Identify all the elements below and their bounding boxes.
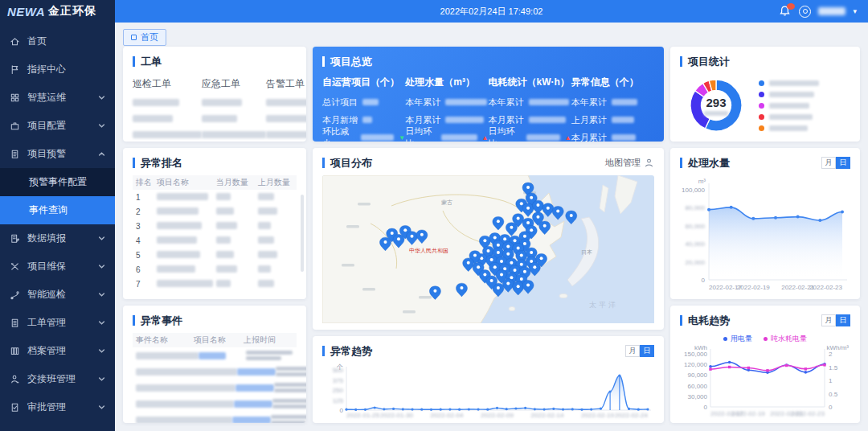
panel-events: 异常事件 事件名称项目名称上报时间 — [123, 306, 306, 423]
overview-row-label: 日均环比 — [489, 125, 522, 142]
blurred-value — [612, 99, 637, 105]
power-legend: 用电量吨水耗电量 — [680, 333, 850, 344]
toggle-day[interactable]: 日 — [836, 157, 850, 169]
ranking-row[interactable]: 2 — [133, 204, 297, 219]
sidebar-item-label: 首页 — [27, 35, 47, 48]
svg-text:2022-01-30: 2022-01-30 — [380, 412, 413, 419]
blurred-project-link[interactable] — [237, 368, 276, 376]
event-row[interactable] — [133, 396, 297, 412]
event-row[interactable] — [133, 363, 297, 380]
chevron-down-icon — [98, 347, 105, 355]
sidebar-subitem-0[interactable]: 预警事件配置 — [0, 168, 115, 196]
sidebar-item-10[interactable]: 交接班管理 — [0, 365, 115, 393]
toggle-day[interactable]: 日 — [836, 314, 850, 326]
workorder-column-label: 应急工单 — [202, 77, 266, 91]
event-row[interactable] — [133, 347, 297, 363]
event-row[interactable] — [133, 380, 297, 396]
svg-text:125: 125 — [333, 397, 344, 404]
ranking-table: 排名项目名称当月数量上月数量1234567 — [133, 175, 297, 291]
svg-text:40,000: 40,000 — [686, 240, 706, 248]
blurred-value — [133, 131, 202, 138]
overview-group-title: 自运营项目（个） — [322, 76, 405, 89]
blurred-project-link[interactable] — [234, 400, 272, 408]
sidebar-subitem-label: 事件查询 — [29, 203, 68, 217]
power-legend-item[interactable]: 吨水耗电量 — [764, 334, 807, 344]
blurred-value — [133, 115, 173, 122]
sidebar-item-6[interactable]: 项目维保 — [0, 252, 115, 281]
overview-group-0: 自运营项目（个）总计项目本月新增环比减少▼ — [322, 74, 405, 142]
sidebar-item-11[interactable]: 审批管理 — [0, 393, 115, 421]
ranking-row[interactable]: 4 — [133, 233, 297, 248]
power-legend-item[interactable]: 用电量 — [723, 334, 752, 344]
rank-number: 6 — [136, 265, 157, 274]
trend-up-icon: ▲ — [482, 134, 489, 142]
panel-workorder: 工单 巡检工单应急工单告警工单 — [123, 47, 306, 142]
blurred-value — [202, 99, 242, 106]
sidebar-item-1[interactable]: 指挥中心 — [0, 55, 115, 84]
map-manage-button[interactable]: 地图管理 — [605, 157, 654, 169]
blurred-event-name — [136, 352, 199, 359]
blurred-value — [362, 117, 372, 123]
ranking-row[interactable]: 3 — [133, 219, 297, 233]
panel-abnormal-trend: 异常趋势 月 日 个50037525012502022-01-252022-01… — [313, 336, 664, 423]
sidebar-item-4[interactable]: 项目预警 — [0, 140, 115, 168]
overview-row: 本年累计 — [405, 96, 488, 109]
svg-text:2022-02-19: 2022-02-19 — [581, 412, 614, 419]
blurred-value — [441, 134, 477, 141]
notification-badge — [787, 3, 795, 10]
china-map[interactable]: 蒙古日本太平洋中华人民共和国 — [322, 175, 654, 326]
workorder-column-1: 应急工单 — [202, 74, 266, 142]
scrollbar[interactable] — [301, 195, 304, 272]
breadcrumb-home-tab[interactable]: 首页 — [123, 29, 166, 46]
blurred-project-link[interactable] — [232, 417, 271, 423]
event-row[interactable] — [133, 412, 297, 423]
notification-button[interactable] — [779, 5, 792, 18]
overview-row: 日均环比▲ — [489, 131, 571, 142]
water-period-toggle: 月 日 — [821, 157, 850, 169]
overview-row: 总计项目 — [322, 96, 405, 109]
svg-text:2022-01-25: 2022-01-25 — [346, 412, 379, 419]
svg-text:2022-02-24: 2022-02-24 — [615, 412, 648, 419]
sidebar-item-5[interactable]: 数据填报 — [0, 224, 115, 252]
ranking-row[interactable]: 5 — [133, 248, 297, 262]
ranking-row[interactable]: 7 — [133, 277, 297, 291]
overview-row: 本月累计 — [571, 131, 654, 142]
toggle-month[interactable]: 月 — [821, 157, 836, 169]
sidebar-nav: 首页指挥中心智慧运维项目配置项目预警预警事件配置事件查询数据填报项目维保智能巡检… — [0, 23, 115, 431]
ranking-row[interactable]: 6 — [133, 262, 297, 277]
legend-dot — [764, 337, 768, 341]
ranking-row[interactable]: 1 — [133, 190, 297, 204]
toggle-month[interactable]: 月 — [625, 345, 640, 357]
toggle-month[interactable]: 月 — [821, 314, 836, 326]
logo: NEWA 金正环保 — [0, 0, 115, 23]
sidebar-subitem-1[interactable]: 事件查询 — [0, 196, 115, 224]
svg-text:2022-02-09: 2022-02-09 — [481, 412, 514, 419]
sidebar-item-0[interactable]: 首页 — [0, 27, 115, 55]
overview-row-label: 上月累计 — [571, 114, 607, 126]
sidebar-item-2[interactable]: 智慧运维 — [0, 84, 115, 112]
sidebar-item-label: 交接班管理 — [27, 372, 76, 386]
blurred-legend-label — [769, 125, 808, 131]
sidebar-item-8[interactable]: 工单管理 — [0, 309, 115, 337]
blurred-project-link[interactable] — [199, 352, 226, 359]
overview-row: 上月累计 — [571, 113, 654, 126]
sidebar-item-3[interactable]: 项目配置 — [0, 112, 115, 140]
avatar[interactable] — [799, 6, 811, 18]
breadcrumb: 首页 — [123, 27, 860, 47]
blurred-value — [266, 131, 306, 138]
chevron-down-icon[interactable]: ▾ — [853, 8, 857, 15]
sidebar-item-9[interactable]: 档案管理 — [0, 337, 115, 365]
blurred-project-link[interactable] — [235, 384, 274, 392]
overview-groups: 自运营项目（个）总计项目本月新增环比减少▼处理水量（m³）本年累计本月累计日均环… — [322, 74, 654, 142]
legend-item — [759, 80, 819, 86]
chevron-down-icon — [98, 319, 105, 326]
svg-text:0: 0 — [829, 404, 833, 411]
svg-text:20,000: 20,000 — [686, 259, 706, 266]
svg-text:80,000: 80,000 — [686, 204, 706, 211]
toggle-day[interactable]: 日 — [640, 345, 654, 357]
sidebar-item-7[interactable]: 智能巡检 — [0, 281, 115, 309]
overview-group-title: 异常信息（个） — [571, 76, 654, 89]
blurred-value — [266, 99, 306, 106]
blurred-value — [445, 99, 487, 105]
trend-down-icon: ▼ — [399, 134, 405, 142]
